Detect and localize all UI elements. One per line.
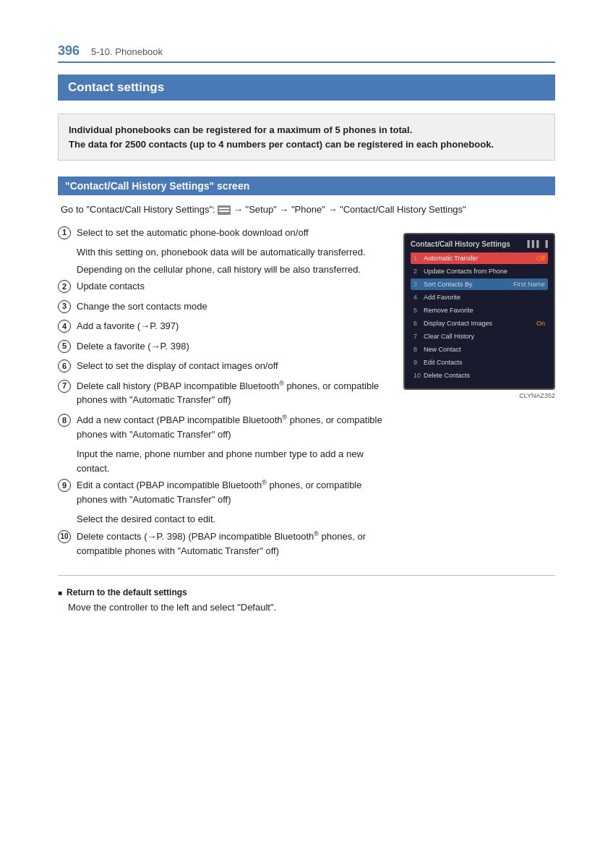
screen-icons: ▌▌▌ ▐	[527, 240, 548, 247]
nav-steps: → "Setup" → "Phone" → "Contact/Call Hist…	[233, 204, 466, 215]
screen-row-10: 10 Delete Contacts	[411, 370, 548, 381]
circle-num-7: 7	[58, 380, 71, 393]
list-content-10: Delete contacts (→P. 398) (PBAP incompat…	[77, 529, 392, 558]
screen-row-5: 5 Remove Favorite	[411, 305, 548, 316]
circle-num-1: 1	[58, 226, 71, 239]
screen-row-6: 6 Display Contact Images On	[411, 318, 548, 329]
screen-row-3: 3 Sort Contacts By First Name	[411, 278, 548, 290]
screen-caption: CLYNAZ352	[403, 392, 555, 399]
circle-num-3: 3	[58, 300, 71, 313]
list-content-7: Delete call history (PBAP incompatible B…	[77, 379, 392, 407]
sub-note-8a: Input the name, phone number and phone n…	[77, 447, 392, 475]
row-value-3: First Name	[513, 281, 545, 288]
page-header: 396 5-10. Phonebook	[58, 43, 555, 63]
divider	[58, 575, 555, 576]
list-item: 2 Update contacts	[58, 279, 392, 294]
row-label-2: Update Contacts from Phone	[424, 268, 545, 275]
screen-row-7: 7 Clear Call History	[411, 331, 548, 342]
row-label-1: Automatic Transfer	[424, 255, 536, 262]
screen-image-area: Contact/Call History Settings ▌▌▌ ▐ 1 Au…	[403, 233, 555, 399]
row-num-1: 1	[413, 255, 424, 262]
row-label-10: Delete Contacts	[424, 372, 545, 379]
list-item: 7 Delete call history (PBAP incompatible…	[58, 379, 392, 407]
sub-note-1b: Depending on the cellular phone, call hi…	[77, 263, 392, 277]
row-num-8: 8	[413, 346, 424, 353]
list-content-1: Select to set the automatic phone-book d…	[77, 226, 392, 240]
screen-row-8: 8 New Contact	[411, 344, 548, 355]
list-item: 6 Select to set the display of contact i…	[58, 359, 392, 373]
row-num-10: 10	[413, 372, 424, 379]
signal-icon: ▌▌▌	[527, 240, 541, 247]
row-value-6: On	[536, 320, 545, 327]
list-content-2: Update contacts	[77, 279, 392, 294]
list-content-9: Edit a contact (PBAP incompatible Blueto…	[77, 478, 392, 506]
circle-num-9: 9	[58, 479, 71, 492]
row-value-1: Off	[536, 255, 545, 262]
circle-num-6: 6	[58, 359, 71, 373]
list-content-8: Add a new contact (PBAP incompatible Blu…	[77, 413, 392, 441]
list-item: 9 Edit a contact (PBAP incompatible Blue…	[58, 478, 392, 506]
list-content-5: Delete a favorite (→P. 398)	[77, 339, 392, 354]
default-settings-block: Return to the default settings Move the …	[58, 587, 555, 615]
circle-num-8: 8	[58, 414, 71, 427]
row-num-4: 4	[413, 294, 424, 301]
row-label-5: Remove Favorite	[424, 307, 545, 314]
default-settings-text: Move the controller to the left and sele…	[58, 600, 555, 615]
sub-note-9a: Select the desired contact to edit.	[77, 512, 392, 527]
info-box: Individual phonebooks can be registered …	[58, 114, 555, 161]
row-num-2: 2	[413, 268, 424, 275]
row-label-6: Display Contact Images	[424, 320, 536, 327]
screen-row-2: 2 Update Contacts from Phone	[411, 265, 548, 277]
section-title: Contact settings	[58, 75, 555, 101]
screen-title-bar: Contact/Call History Settings ▌▌▌ ▐	[411, 240, 548, 248]
screen-row-9: 9 Edit Contacts	[411, 357, 548, 368]
row-label-4: Add Favorite	[424, 294, 545, 301]
row-label-3: Sort Contacts By	[424, 281, 513, 288]
screen-title-text: Contact/Call History Settings	[411, 240, 510, 248]
sub-note-1a: With this setting on, phonebook data wil…	[77, 245, 392, 260]
subsection-title: "Contact/Call History Settings" screen	[58, 176, 555, 195]
list-item: 3 Change the sort contacts mode	[58, 299, 392, 314]
row-num-9: 9	[413, 359, 424, 366]
row-label-8: New Contact	[424, 346, 545, 353]
nav-instruction: Go to "Contact/Call History Settings": →…	[58, 203, 555, 217]
page-number: 396	[58, 43, 80, 59]
row-num-3: 3	[413, 281, 424, 288]
battery-icon: ▐	[544, 240, 548, 247]
page-wrapper: 396 5-10. Phonebook Contact settings Ind…	[0, 0, 613, 658]
circle-num-5: 5	[58, 340, 71, 353]
chapter-title: 5-10. Phonebook	[91, 46, 163, 57]
default-settings-title: Return to the default settings	[58, 587, 555, 597]
info-box-text: Individual phonebooks can be registered …	[69, 124, 494, 150]
screen-mockup: Contact/Call History Settings ▌▌▌ ▐ 1 Au…	[403, 233, 555, 390]
menu-icon	[218, 205, 231, 215]
list-item: 1 Select to set the automatic phone-book…	[58, 226, 392, 240]
list-content-4: Add a favorite (→P. 397)	[77, 319, 392, 333]
content-area: 1 Select to set the automatic phone-book…	[58, 226, 555, 564]
numbered-list: 1 Select to set the automatic phone-book…	[58, 226, 392, 558]
row-num-7: 7	[413, 333, 424, 340]
list-item: 4 Add a favorite (→P. 397)	[58, 319, 392, 333]
list-content-3: Change the sort contacts mode	[77, 299, 392, 314]
row-label-7: Clear Call History	[424, 333, 545, 340]
list-item: 5 Delete a favorite (→P. 398)	[58, 339, 392, 354]
screen-row-1: 1 Automatic Transfer Off	[411, 252, 548, 264]
row-num-5: 5	[413, 307, 424, 314]
circle-num-2: 2	[58, 280, 71, 293]
list-area: 1 Select to set the automatic phone-book…	[58, 226, 392, 564]
row-num-6: 6	[413, 320, 424, 327]
list-item: 10 Delete contacts (→P. 398) (PBAP incom…	[58, 529, 392, 558]
row-label-9: Edit Contacts	[424, 359, 545, 366]
list-content-6: Select to set the display of contact ima…	[77, 359, 392, 373]
circle-num-10: 10	[58, 530, 71, 543]
screen-row-4: 4 Add Favorite	[411, 292, 548, 303]
nav-prefix: Go to "Contact/Call History Settings":	[61, 204, 218, 215]
list-item: 8 Add a new contact (PBAP incompatible B…	[58, 413, 392, 441]
circle-num-4: 4	[58, 320, 71, 333]
